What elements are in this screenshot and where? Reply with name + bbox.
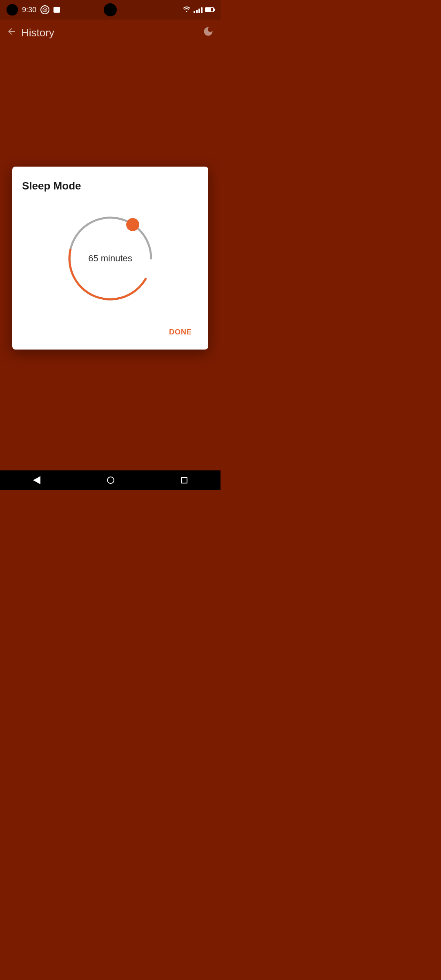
nav-bar [0,470,220,490]
status-dot [7,4,18,16]
nav-home-button[interactable] [107,477,114,484]
status-left: 9:30 M [7,4,60,16]
circular-slider[interactable]: 65 minutes [57,205,163,312]
dialog-actions: DONE [22,321,198,340]
timer-value: 65 minutes [88,253,132,264]
battery-icon [205,7,214,12]
notch [104,3,117,16]
done-button[interactable]: DONE [163,325,198,340]
page-title: History [21,27,54,39]
wifi-icon [182,6,191,14]
sleep-mode-dialog: Sleep Mode [12,167,208,350]
nav-recent-button[interactable] [181,477,187,483]
status-time: 9:30 [22,6,36,14]
app-bar: History [0,20,220,46]
status-bar: 9:30 M [0,0,220,20]
svg-text:M: M [44,9,46,11]
status-right [182,6,214,14]
app-bar-left: History [7,27,54,39]
back-button[interactable] [7,27,16,39]
sleep-mode-icon[interactable] [203,26,214,40]
camera-dot [104,3,117,16]
signal-icon [194,7,203,13]
media-icon: M [40,5,49,14]
slider-thumb[interactable] [126,218,139,231]
circular-slider-container: 65 minutes [22,205,198,312]
nav-back-button[interactable] [33,476,40,484]
card-icon [53,7,60,13]
screen-content: Sleep Mode [0,46,220,470]
dialog-title: Sleep Mode [22,180,198,192]
